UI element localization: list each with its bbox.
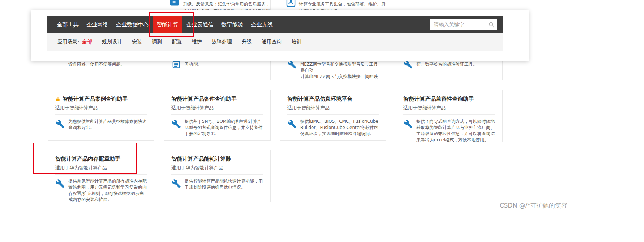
partial-card-text: 习功能。 [185, 61, 264, 67]
lock-icon [55, 96, 60, 101]
card-title: 智能计算产品仿真环境平台 [287, 95, 352, 103]
card-description: 提供智能计算产品能耗快速计算功能，用于规划阶段评估机房供电情况。 [185, 178, 263, 191]
partial-card-text: 升级、反馈意见；汇集华为常用的售后服务，如 [183, 1, 266, 8]
filter-label: 应用场景: [57, 39, 79, 45]
wrench-icon [403, 60, 413, 69]
nav-item-enterprise-network[interactable]: 企业网络 [82, 16, 112, 33]
feedback-icon [169, 0, 180, 7]
filter-opt-training[interactable]: 培训 [292, 39, 302, 45]
wrench-icon [287, 60, 297, 69]
filter-opt-planning-design[interactable]: 规划设计 [102, 39, 122, 45]
filter-opt-maintenance[interactable]: 维护 [192, 39, 202, 45]
scenario-filterbar: 应用场景: 全部 规划设计 安装 调测 配置 维护 故障处理 升级 通用查询 培… [47, 33, 503, 51]
search-icon[interactable] [488, 21, 495, 28]
partial-card-text: MEZZ网卡型号和交换模块型号后，工具将自动 [300, 61, 380, 74]
filter-options: 全部 规划设计 安装 调测 配置 维护 故障处理 升级 通用查询 培训 [82, 39, 302, 45]
card-description: 提供常见智能计算产品的所有标准内存配置结构图，用户无需记忆和学习复杂的内存配置/… [68, 178, 147, 202]
nav-item-enterprise-datacenter[interactable]: 企业数据中心 [112, 16, 153, 33]
card-power-calculator[interactable]: 智能计算产品能耗计算器 适用于华为智能计算产品 提供智能计算产品能耗快速计算功能… [164, 150, 271, 202]
card-title: 智能计算产品案例查询助手 [63, 95, 128, 103]
filter-opt-troubleshooting[interactable]: 故障处理 [212, 39, 232, 45]
annotation-box-intelligent-computing [149, 12, 194, 37]
filter-opt-commissioning[interactable]: 调测 [152, 39, 162, 45]
card-subtitle: 适用于智能计算产品 [171, 105, 263, 115]
wrench-icon [55, 119, 65, 129]
card-title-row: 智能计算产品案例查询助手 [55, 95, 147, 103]
partial-card-text: 密、数字签名的标准验证工具。 [416, 61, 496, 67]
card-title: 智能计算产品兼容性查询助手 [403, 95, 474, 103]
service-icon [286, 0, 296, 7]
card-subtitle: 适用于智能计算产品 [55, 105, 147, 115]
card-description: 提供了向导式的查询方式，可以随时随地获取华为智能计算产品与业界主流厂商、主流设备… [416, 118, 495, 142]
filter-opt-configuration[interactable]: 配置 [172, 39, 182, 45]
card-subtitle: 适用于华为智能计算产品 [171, 164, 263, 175]
card-subtitle: 适用于智能计算产品 [287, 105, 379, 115]
csdn-watermark: CSDN @/*守护她的笑容 [500, 201, 567, 210]
partial-card-text: 设备困难、使用不便等问题。 [68, 61, 148, 67]
category-navbar: 全部工具 企业网络 企业数据中心 智能计算 企业云通信 数字能源 企业无线 [47, 16, 503, 33]
search-input[interactable] [434, 22, 488, 28]
card-description: 为您提供智能计算产品典型故障案例快速查询和导出。 [68, 118, 147, 131]
filter-opt-all[interactable]: 全部 [82, 39, 92, 45]
nav-item-digital-power[interactable]: 数字能源 [217, 16, 247, 33]
search-box [430, 19, 497, 30]
partial-card-text: 计算出MEZZ网卡与交换模块接口间的映射关 [300, 74, 380, 80]
nav-item-all-tools[interactable]: 全部工具 [53, 16, 82, 33]
annotation-box-memory-config-card [33, 143, 137, 174]
card-subtitle: 适用于智能计算产品 [403, 105, 495, 115]
card-description: 提供基于SN号、BOM编码和智能计算产品型号的方式查询备件信息，并支持备件手册的… [185, 118, 263, 137]
card-simulation-platform[interactable]: 智能计算产品仿真环境平台 适用于智能计算产品 提供iBMC、BIOS、CMC、F… [280, 90, 386, 141]
card-spare-parts-assistant[interactable]: 智能计算产品备件查询助手 适用于智能计算产品 提供基于SN号、BOM编码和智能计… [164, 90, 271, 141]
card-compatibility-assistant[interactable]: 智能计算产品兼容性查询助手 适用于智能计算产品 提供了向导式的查询方式，可以随时… [396, 90, 503, 142]
nav-item-enterprise-wireless[interactable]: 企业无线 [247, 16, 277, 33]
wrench-icon [287, 119, 297, 129]
wrench-icon [403, 119, 413, 129]
partial-card-text: 计算专业服务工具集合，包含部署、维护、升级 [299, 1, 381, 8]
card-title: 智能计算产品能耗计算器 [171, 155, 231, 162]
wrench-icon [171, 119, 181, 129]
filter-opt-upgrade[interactable]: 升级 [242, 39, 252, 45]
wrench-icon [55, 179, 65, 188]
card-title: 智能计算产品备件查询助手 [171, 95, 237, 103]
filter-opt-general-query[interactable]: 通用查询 [262, 39, 282, 45]
wrench-icon [171, 179, 181, 188]
card-description: 提供iBMC、BIOS、CMC、FusionCube Builder、Fusio… [300, 118, 379, 137]
card-case-query-assistant[interactable]: 智能计算产品案例查询助手 适用于智能计算产品 为您提供智能计算产品典型故障案例快… [48, 90, 154, 141]
learning-icon [171, 60, 181, 69]
tools-filter-panel: 全部工具 企业网络 企业数据中心 智能计算 企业云通信 数字能源 企业无线 应用… [31, 10, 529, 61]
filter-opt-installation[interactable]: 安装 [132, 39, 142, 45]
